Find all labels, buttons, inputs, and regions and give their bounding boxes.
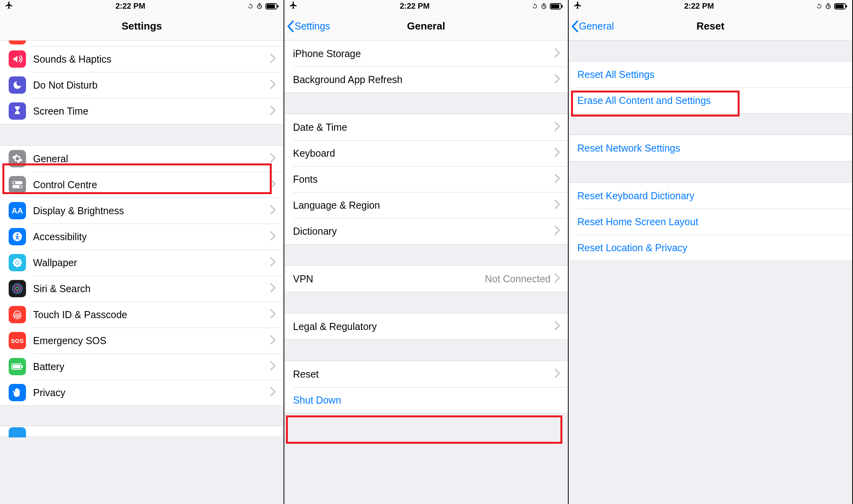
list-item-erase-all[interactable]: Erase All Content and Settings [569, 87, 852, 113]
list-item-background-refresh[interactable]: Background App Refresh [284, 67, 568, 93]
row-value: Not Connected [485, 273, 551, 285]
list-item-screentime[interactable]: Screen Time [0, 98, 284, 124]
chevron-right-icon [270, 283, 276, 294]
chevron-right-icon [554, 48, 560, 59]
chevron-right-icon [270, 361, 276, 372]
flower-icon [9, 254, 26, 271]
list-item-shut-down[interactable]: Shut Down [284, 387, 568, 413]
settings-pane: 2:22 PM Settings Sounds & Haptics [0, 0, 284, 504]
airplane-mode-icon [5, 1, 13, 11]
svg-point-17 [14, 263, 17, 266]
svg-point-18 [18, 263, 21, 266]
reset-pane: 2:22 PM General Reset Reset All Settings… [569, 0, 853, 504]
list-item-reset-all[interactable]: Reset All Settings [569, 61, 852, 87]
list-item-sos[interactable]: SOS Emergency SOS [0, 328, 284, 354]
chevron-right-icon [270, 54, 276, 65]
list-item-wallpaper[interactable]: Wallpaper [0, 250, 284, 276]
moon-icon [9, 76, 26, 94]
back-button[interactable]: Settings [284, 20, 330, 33]
list-item-touchid[interactable]: Touch ID & Passcode [0, 302, 284, 328]
row-label: Reset Home Screen Layout [577, 216, 852, 228]
list-item-reset[interactable]: Reset [284, 361, 568, 387]
list-item-reset-location[interactable]: Reset Location & Privacy [569, 235, 852, 261]
list-item-display[interactable]: AA Display & Brightness [0, 198, 284, 224]
reset-list[interactable]: Reset All Settings Erase All Content and… [569, 41, 852, 504]
chevron-right-icon [554, 74, 560, 85]
hourglass-icon [9, 102, 26, 120]
list-item[interactable] [0, 426, 284, 436]
status-time: 2:22 PM [400, 2, 430, 11]
battery-icon [9, 358, 26, 375]
status-time: 2:22 PM [684, 2, 714, 11]
svg-rect-24 [13, 365, 20, 369]
settings-list[interactable]: Sounds & Haptics Do Not Disturb Screen T… [0, 41, 284, 504]
row-label: Background App Refresh [293, 74, 554, 85]
list-item-control-centre[interactable]: Control Centre [0, 172, 284, 198]
list-item-fonts[interactable]: Fonts [284, 166, 568, 192]
list-item-sounds[interactable]: Sounds & Haptics [0, 46, 284, 72]
status-right-icons [816, 3, 847, 9]
list-item-general[interactable]: General [0, 146, 284, 172]
list-item-dnd[interactable]: Do Not Disturb [0, 72, 284, 98]
svg-point-7 [19, 185, 22, 188]
list-item-siri[interactable]: Siri & Search [0, 276, 284, 302]
list-item-language[interactable]: Language & Region [284, 192, 568, 218]
row-label: VPN [293, 273, 485, 285]
chevron-right-icon [554, 321, 560, 332]
chevron-right-icon [270, 106, 276, 117]
row-label: Reset All Settings [577, 69, 852, 80]
airplane-mode-icon [289, 1, 298, 11]
list-item-accessibility[interactable]: Accessibility [0, 224, 284, 250]
svg-rect-3 [277, 5, 278, 7]
fingerprint-icon [9, 306, 26, 323]
row-label: Reset Network Settings [577, 143, 852, 154]
back-button[interactable]: General [569, 20, 614, 33]
row-label: Reset Location & Privacy [577, 242, 852, 254]
list-item-date-time[interactable]: Date & Time [284, 114, 568, 140]
page-title: Settings [0, 20, 284, 32]
row-label: Do Not Disturb [33, 80, 270, 91]
list-item-privacy[interactable]: Privacy [0, 380, 284, 406]
row-label: Fonts [293, 174, 554, 185]
chevron-right-icon [270, 231, 276, 242]
row-label: Language & Region [293, 200, 554, 211]
svg-point-5 [13, 182, 15, 184]
status-right-icons [532, 3, 563, 9]
list-item-vpn[interactable]: VPN Not Connected [284, 266, 568, 292]
list-item-battery[interactable]: Battery [0, 354, 284, 380]
general-pane: 2:22 PM Settings General iPhone Storage … [284, 0, 569, 504]
chevron-right-icon [270, 257, 276, 268]
nav-bar: Settings [0, 12, 284, 41]
gear-icon [9, 150, 26, 167]
row-label: Sounds & Haptics [33, 54, 270, 65]
row-label: Screen Time [33, 106, 270, 117]
list-item-reset-keyboard-dict[interactable]: Reset Keyboard Dictionary [569, 183, 852, 209]
status-bar: 2:22 PM [0, 0, 284, 12]
speaker-icon [9, 50, 26, 68]
chevron-right-icon [554, 174, 560, 185]
chevron-right-icon [554, 369, 560, 380]
back-label: Settings [295, 20, 330, 32]
list-item-iphone-storage[interactable]: iPhone Storage [284, 41, 568, 67]
hand-icon [9, 384, 26, 401]
text-size-icon: AA [9, 202, 26, 219]
list-item-reset-network[interactable]: Reset Network Settings [569, 135, 852, 161]
chevron-right-icon [554, 200, 560, 211]
list-item-keyboard[interactable]: Keyboard [284, 140, 568, 166]
list-item-dictionary[interactable]: Dictionary [284, 218, 568, 244]
status-time: 2:22 PM [115, 2, 145, 11]
status-bar: 2:22 PM [284, 0, 568, 12]
nav-bar: Settings General [284, 12, 568, 41]
list-item-legal[interactable]: Legal & Regulatory [284, 313, 568, 339]
row-label: iPhone Storage [293, 48, 554, 59]
svg-rect-2 [267, 4, 275, 8]
accessibility-icon [9, 228, 26, 245]
list-item-reset-home-screen[interactable]: Reset Home Screen Layout [569, 209, 852, 235]
status-right-icons [247, 3, 279, 9]
row-label: Wallpaper [33, 257, 270, 269]
list-item[interactable] [0, 41, 284, 46]
row-label: Shut Down [293, 395, 568, 406]
nav-bar: General Reset [569, 12, 852, 41]
general-list[interactable]: iPhone Storage Background App Refresh Da… [284, 41, 568, 504]
row-label: Emergency SOS [33, 335, 270, 346]
